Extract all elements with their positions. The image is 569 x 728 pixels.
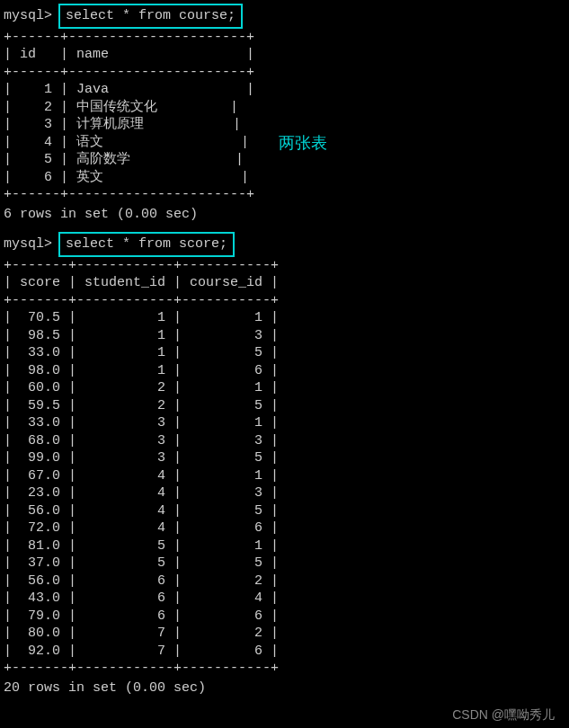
table-row: | 68.0 | 3 | 3 | [4, 432, 565, 450]
query2-border-mid: +-------+------------+-----------+ [4, 292, 565, 310]
query1-sql: select * from course; [66, 8, 236, 23]
query1-header: | id | name | [4, 46, 565, 64]
query2-border-bot: +-------+------------+-----------+ [4, 660, 565, 678]
table-row: | 81.0 | 5 | 1 | [4, 537, 565, 555]
table-row: | 56.0 | 6 | 2 | [4, 573, 565, 590]
table-row: | 3 | 计算机原理 | [4, 116, 565, 134]
table-row: | 72.0 | 4 | 6 | [4, 519, 565, 537]
query2-section: mysql> select * from score; +-------+---… [4, 232, 565, 697]
query2-line: mysql> select * from score; [4, 232, 565, 257]
table-row: | 60.0 | 2 | 1 | [4, 379, 565, 397]
table-row: | 70.5 | 1 | 1 | [4, 309, 565, 327]
table-row: | 23.0 | 4 | 3 | [4, 484, 565, 502]
table-row: | 67.0 | 4 | 1 | [4, 467, 565, 485]
table-row: | 33.0 | 3 | 1 | [4, 414, 565, 432]
table-row: | 80.0 | 7 | 2 | [4, 625, 565, 643]
mysql-prompt: mysql> [4, 8, 52, 23]
query2-sql: select * from score; [66, 236, 227, 252]
table-row: | 98.0 | 1 | 6 | [4, 362, 565, 380]
watermark: CSDN @嘿呦秀儿 [452, 706, 555, 723]
query1-line: mysql> select * from course; [4, 4, 565, 29]
query2-border-top: +-------+------------+-----------+ [4, 257, 565, 275]
table-row: | 2 | 中国传统文化 | [4, 99, 565, 117]
query1-section: mysql> select * from course; +------+---… [4, 4, 565, 223]
mysql-prompt: mysql> [4, 236, 52, 252]
table-row: | 56.0 | 4 | 5 | [4, 502, 565, 520]
query1-border-top: +------+----------------------+ [4, 29, 565, 47]
query1-border-bot: +------+----------------------+ [4, 186, 565, 204]
table-row: | 92.0 | 7 | 6 | [4, 643, 565, 661]
query1-border-mid: +------+----------------------+ [4, 64, 565, 82]
table-row: | 37.0 | 5 | 5 | [4, 555, 565, 573]
query2-status: 20 rows in set (0.00 sec) [4, 679, 565, 697]
table-row: | 1 | Java | [4, 81, 565, 99]
table-row: | 79.0 | 6 | 6 | [4, 608, 565, 626]
table-row: | 98.5 | 1 | 3 | [4, 327, 565, 345]
table-row: | 43.0 | 6 | 4 | [4, 590, 565, 608]
query2-rows: | 70.5 | 1 | 1 || 98.5 | 1 | 3 || 33.0 |… [4, 309, 565, 660]
table-row: | 99.0 | 3 | 5 | [4, 449, 565, 467]
query1-highlight: select * from course; [58, 4, 243, 29]
annotation-label: 两张表 [279, 133, 327, 154]
query2-highlight: select * from score; [58, 232, 235, 257]
table-row: | 33.0 | 1 | 5 | [4, 344, 565, 362]
table-row: | 59.5 | 2 | 5 | [4, 397, 565, 415]
table-row: | 6 | 英文 | [4, 169, 565, 187]
query2-header: | score | student_id | course_id | [4, 274, 565, 292]
query1-status: 6 rows in set (0.00 sec) [4, 206, 565, 224]
